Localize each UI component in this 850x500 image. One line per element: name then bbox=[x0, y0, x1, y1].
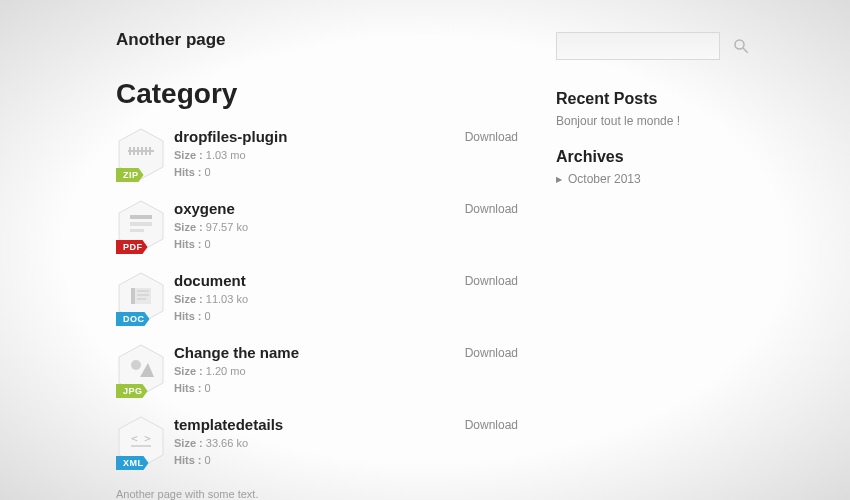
svg-line-25 bbox=[743, 48, 748, 53]
file-size: 97.57 ko bbox=[206, 221, 248, 233]
svg-point-19 bbox=[131, 360, 141, 370]
svg-rect-7 bbox=[149, 147, 151, 155]
download-link[interactable]: Download bbox=[465, 346, 518, 360]
download-link[interactable]: Download bbox=[465, 274, 518, 288]
svg-rect-4 bbox=[137, 147, 139, 155]
svg-rect-3 bbox=[133, 147, 135, 155]
size-label: Size : bbox=[174, 365, 203, 377]
file-size: 33.66 ko bbox=[206, 437, 248, 449]
file-size: 1.20 mo bbox=[206, 365, 246, 377]
file-row: ZIP dropfiles-plugin Size : 1.03 mo Hits… bbox=[116, 128, 518, 184]
file-hits: 0 bbox=[205, 166, 211, 178]
file-hits: 0 bbox=[205, 310, 211, 322]
file-meta: dropfiles-plugin Size : 1.03 mo Hits : 0 bbox=[174, 128, 465, 180]
file-row: DOC document Size : 11.03 ko Hits : 0 Do… bbox=[116, 272, 518, 328]
file-name[interactable]: Change the name bbox=[174, 344, 465, 361]
file-type-badge: ZIP bbox=[116, 168, 144, 182]
svg-rect-5 bbox=[141, 147, 143, 155]
file-meta: document Size : 11.03 ko Hits : 0 bbox=[174, 272, 465, 324]
size-label: Size : bbox=[174, 293, 203, 305]
recent-posts-title: Recent Posts bbox=[556, 90, 822, 108]
hits-label: Hits : bbox=[174, 310, 202, 322]
size-label: Size : bbox=[174, 221, 203, 233]
file-row: PDF oxygene Size : 97.57 ko Hits : 0 Dow… bbox=[116, 200, 518, 256]
page-title: Another page bbox=[116, 30, 518, 50]
hits-label: Hits : bbox=[174, 382, 202, 394]
sidebar: Recent Posts Bonjour tout le monde ! Arc… bbox=[528, 30, 822, 500]
svg-rect-2 bbox=[129, 147, 131, 155]
file-type-icon: PDF bbox=[116, 200, 166, 256]
file-meta: Change the name Size : 1.20 mo Hits : 0 bbox=[174, 344, 465, 396]
file-row: < > XML templatedetails Size : 33.66 ko … bbox=[116, 416, 518, 472]
hits-label: Hits : bbox=[174, 238, 202, 250]
svg-text:< >: < > bbox=[131, 432, 151, 445]
file-type-badge: DOC bbox=[116, 312, 150, 326]
archives-title: Archives bbox=[556, 148, 822, 166]
file-hits: 0 bbox=[205, 238, 211, 250]
file-type-badge: JPG bbox=[116, 384, 148, 398]
svg-rect-23 bbox=[131, 445, 151, 447]
archives-item-label: October 2013 bbox=[568, 172, 641, 186]
file-type-icon: DOC bbox=[116, 272, 166, 328]
svg-rect-6 bbox=[145, 147, 147, 155]
size-label: Size : bbox=[174, 437, 203, 449]
file-meta: templatedetails Size : 33.66 ko Hits : 0 bbox=[174, 416, 465, 468]
svg-rect-14 bbox=[131, 288, 135, 304]
file-size: 1.03 mo bbox=[206, 149, 246, 161]
download-link[interactable]: Download bbox=[465, 130, 518, 144]
search-icon[interactable] bbox=[732, 37, 750, 55]
file-type-icon: ZIP bbox=[116, 128, 166, 184]
download-link[interactable]: Download bbox=[465, 202, 518, 216]
svg-rect-9 bbox=[130, 215, 152, 219]
download-link[interactable]: Download bbox=[465, 418, 518, 432]
file-name[interactable]: dropfiles-plugin bbox=[174, 128, 465, 145]
file-hits: 0 bbox=[205, 454, 211, 466]
main-column: Another page Category ZIP dropfiles-plug… bbox=[28, 30, 528, 500]
file-name[interactable]: document bbox=[174, 272, 465, 289]
file-hits: 0 bbox=[205, 382, 211, 394]
search-form bbox=[556, 32, 822, 60]
caret-right-icon: ▶ bbox=[556, 175, 562, 184]
search-input[interactable] bbox=[556, 32, 720, 60]
hits-label: Hits : bbox=[174, 454, 202, 466]
file-row: JPG Change the name Size : 1.20 mo Hits … bbox=[116, 344, 518, 400]
recent-posts-item[interactable]: Bonjour tout le monde ! bbox=[556, 114, 822, 128]
svg-point-24 bbox=[735, 40, 744, 49]
svg-rect-10 bbox=[130, 222, 152, 226]
file-list: ZIP dropfiles-plugin Size : 1.03 mo Hits… bbox=[116, 128, 518, 472]
file-type-icon: < > XML bbox=[116, 416, 166, 472]
file-size: 11.03 ko bbox=[206, 293, 248, 305]
file-name[interactable]: templatedetails bbox=[174, 416, 465, 433]
file-name[interactable]: oxygene bbox=[174, 200, 465, 217]
svg-rect-11 bbox=[130, 229, 144, 232]
file-type-badge: XML bbox=[116, 456, 149, 470]
footer-text: Another page with some text. bbox=[116, 488, 518, 500]
file-meta: oxygene Size : 97.57 ko Hits : 0 bbox=[174, 200, 465, 252]
svg-marker-20 bbox=[140, 363, 154, 377]
category-heading: Category bbox=[116, 78, 518, 110]
file-type-icon: JPG bbox=[116, 344, 166, 400]
file-type-badge: PDF bbox=[116, 240, 148, 254]
hits-label: Hits : bbox=[174, 166, 202, 178]
size-label: Size : bbox=[174, 149, 203, 161]
archives-item[interactable]: ▶ October 2013 bbox=[556, 172, 822, 186]
